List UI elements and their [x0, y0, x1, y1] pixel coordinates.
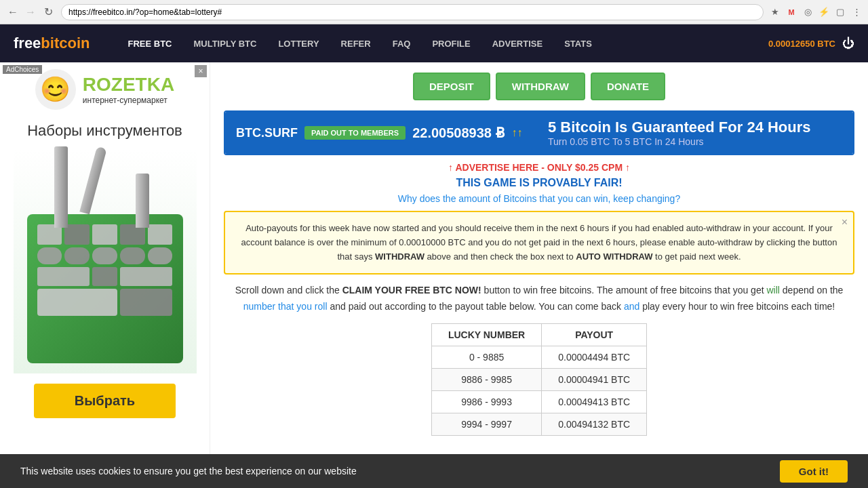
logo-bitcoin: bitcoin	[41, 35, 90, 52]
ad-info-bar: AdChoices	[3, 65, 42, 74]
left-ad-sidebar: AdChoices × 😊 ROZETKA интернет-супермарк…	[0, 62, 210, 488]
desc-part5: play every hour to win free bitcoins eac…	[639, 301, 835, 312]
banner-arrows: ↑↑	[512, 127, 523, 139]
power-button[interactable]: ⏻	[842, 37, 854, 51]
tool-item	[120, 267, 173, 286]
tool-item	[92, 267, 117, 286]
withdraw-button[interactable]: WITHDRAW	[496, 73, 585, 100]
desc-blue1: number that you roll	[243, 301, 328, 312]
lucky-number-3: 9986 - 9993	[431, 390, 541, 413]
table-row: 9886 - 9985 0.00004941 BTC	[431, 368, 646, 390]
tool-item	[37, 267, 90, 286]
ratchet-stick2	[136, 174, 149, 228]
ad-cta-button[interactable]: Выбрать	[34, 384, 176, 418]
nav-free-btc[interactable]: FREE BTC	[117, 24, 182, 62]
payout-value-4: 0.00494132 BTC	[542, 413, 647, 435]
banner-right: 5 Bitcoin Is Guaranteed For 24 Hours Tur…	[537, 112, 853, 154]
browser-chrome: ← → ↻ ★ M ◎ ⚡ ▢ ⋮	[0, 0, 868, 24]
ad-content: 😊 ROZETKA интернет-супермаркет Наборы ин…	[0, 62, 210, 425]
desc-part2: button to win free bitcoins. The amount …	[481, 285, 767, 296]
why-changing-link[interactable]: Why does the amount of Bitcoins that you…	[398, 193, 680, 204]
alert-text-part3: to get paid next week.	[652, 251, 741, 262]
banner-headline: 5 Bitcoin Is Guaranteed For 24 Hours	[548, 119, 842, 136]
site-logo: freebitcoin	[14, 35, 90, 52]
extension-icon1[interactable]: ◎	[802, 6, 814, 18]
banner-logo: BTC.SURF	[236, 126, 298, 140]
ratchet-handle	[37, 289, 117, 316]
address-bar[interactable]	[61, 4, 764, 20]
alert-text-part2: above and then check the box next to	[425, 251, 576, 262]
nav-lottery[interactable]: LOTTERY	[267, 24, 330, 62]
reload-button[interactable]: ↻	[41, 5, 56, 20]
rozetka-brand-name: ROZETKA	[83, 74, 174, 95]
tool-item	[37, 247, 62, 264]
cookie-text: This website uses cookies to ensure you …	[20, 466, 357, 476]
banner-left: BTC.SURF PAID OUT TO MEMBERS 22.00508938…	[225, 112, 537, 154]
ad-headline: Наборы инструментов	[27, 122, 182, 140]
description-text: Scroll down and click the CLAIM YOUR FRE…	[224, 283, 854, 315]
tool-item	[92, 247, 117, 264]
desc-part1: Scroll down and click the	[235, 285, 342, 296]
rozetka-brand: ROZETKA	[83, 74, 174, 96]
main-content-area[interactable]: DEPOSIT WITHDRAW DONATE BTC.SURF PAID OU…	[210, 62, 868, 488]
advertise-line: ↑ ADVERTISE HERE - ONLY $0.25 CPM ↑	[224, 162, 854, 173]
toolcase-bg	[27, 214, 183, 363]
donate-button[interactable]: DONATE	[591, 73, 665, 100]
payout-table: LUCKY NUMBER PAYOUT 0 - 9885 0.00004494 …	[431, 323, 647, 436]
main-container: AdChoices × 😊 ROZETKA интернет-супермарк…	[0, 62, 868, 488]
menu-icon[interactable]: ⋮	[850, 6, 863, 18]
rozetka-r: ROZETKA	[83, 74, 174, 95]
alert-bold1: WITHDRAW	[375, 251, 425, 262]
browser-nav-buttons: ← → ↻	[5, 5, 56, 20]
payout-value-2: 0.00004941 BTC	[542, 368, 647, 390]
ad-image-area	[14, 150, 197, 373]
logo-free: free	[14, 35, 41, 52]
nav-refer[interactable]: REFER	[330, 24, 382, 62]
desc-part4: and paid out according to the payout tab…	[328, 301, 624, 312]
forward-button[interactable]: →	[23, 5, 38, 20]
deposit-button[interactable]: DEPOSIT	[413, 73, 490, 100]
desc-claim-bold: CLAIM YOUR FREE BTC NOW!	[342, 285, 481, 296]
gmail-icon[interactable]: M	[785, 6, 797, 18]
table-row: 9986 - 9993 0.00049413 BTC	[431, 390, 646, 413]
desc-blue2: and	[624, 301, 639, 312]
nav-profile[interactable]: PROFILE	[421, 24, 481, 62]
bookmark-icon[interactable]: ★	[769, 6, 781, 18]
ad-close-button[interactable]: ×	[195, 65, 207, 77]
rozetka-icon: 😊	[35, 69, 76, 110]
alert-close-button[interactable]: ×	[842, 216, 848, 228]
banner-paid-label: PAID OUT TO MEMBERS	[304, 126, 406, 140]
banner-amount: 22.00508938 Ƀ	[412, 125, 505, 141]
wrench-tool	[79, 146, 106, 214]
promo-banner: BTC.SURF PAID OUT TO MEMBERS 22.00508938…	[224, 110, 854, 155]
nav-stats[interactable]: STATS	[553, 24, 603, 62]
site-navbar: freebitcoin FREE BTC MULTIPLY BTC LOTTER…	[0, 24, 868, 62]
alert-box: × Auto-payouts for this week have now st…	[224, 211, 854, 274]
extension-icon3[interactable]: ▢	[834, 6, 846, 18]
nav-multiply-btc[interactable]: MULTIPLY BTC	[182, 24, 267, 62]
tool-item	[64, 224, 90, 245]
payout-value-1: 0.00004494 BTC	[542, 346, 647, 368]
ratchet-stick	[54, 146, 68, 228]
tool-item	[148, 224, 173, 245]
payout-value-3: 0.00049413 BTC	[542, 390, 647, 413]
action-buttons-row: DEPOSIT WITHDRAW DONATE	[224, 73, 854, 100]
banner-subtext: Turn 0.05 BTC To 5 BTC In 24 Hours	[548, 136, 842, 147]
ad-choices-label: AdChoices	[6, 66, 39, 73]
payout-header-lucky: LUCKY NUMBER	[431, 323, 541, 346]
tool-item	[64, 247, 90, 264]
rozetka-face-icon: 😊	[40, 75, 71, 104]
nav-advertise[interactable]: ADVERTISE	[481, 24, 553, 62]
tool-item	[148, 247, 173, 264]
table-row: 0 - 9885 0.00004494 BTC	[431, 346, 646, 368]
extension-icon2[interactable]: ⚡	[818, 6, 830, 18]
why-link-container: Why does the amount of Bitcoins that you…	[224, 193, 854, 204]
nav-faq[interactable]: FAQ	[382, 24, 422, 62]
tool-item	[92, 224, 117, 245]
tool-item	[120, 247, 145, 264]
provably-fair-label: THIS GAME IS PROVABLY FAIR!	[224, 177, 854, 189]
tools-visual	[20, 160, 190, 363]
back-button[interactable]: ←	[5, 5, 20, 20]
cookie-bar: This website uses cookies to ensure you …	[0, 454, 868, 488]
cookie-accept-button[interactable]: Got it!	[780, 460, 848, 483]
